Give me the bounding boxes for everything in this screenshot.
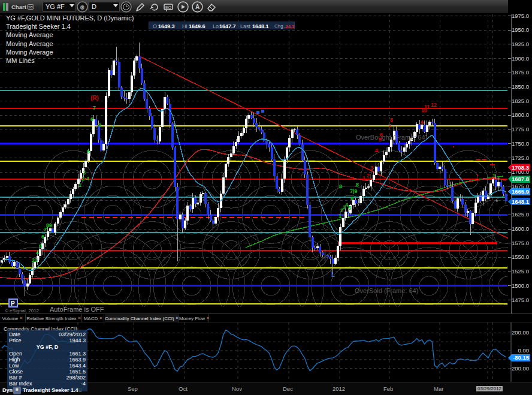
svg-text:8: 8 [356, 182, 359, 188]
svg-text:1900.0: 1900.0 [512, 55, 529, 62]
svg-text:© eSignal, 2012: © eSignal, 2012 [5, 308, 40, 313]
svg-text:3: 3 [83, 170, 86, 176]
svg-text:6: 6 [380, 132, 383, 138]
svg-text:1550.0: 1550.0 [512, 254, 529, 260]
svg-text:6: 6 [350, 195, 353, 201]
svg-text:5: 5 [39, 243, 42, 249]
svg-text:1648.1: 1648.1 [512, 198, 530, 205]
svg-text:1: 1 [492, 173, 495, 179]
svg-text:12: 12 [431, 102, 437, 108]
svg-text:1708.3: 1708.3 [512, 164, 529, 171]
svg-text:1950.0: 1950.0 [512, 26, 529, 33]
svg-text:7|9: 7|9 [350, 188, 358, 194]
svg-text:1500.0: 1500.0 [512, 282, 529, 289]
svg-text:OverSold (Frame: 64): OverSold (Frame: 64) [355, 287, 418, 294]
svg-text:-80.15: -80.15 [513, 354, 530, 361]
svg-text:-200.00: -200.00 [510, 365, 529, 372]
svg-text:1475.0: 1475.0 [512, 297, 529, 303]
svg-text:✦: ✦ [495, 198, 499, 204]
svg-text:6: 6 [41, 234, 44, 240]
svg-text:89: 89 [46, 222, 52, 228]
svg-text:1687.8: 1687.8 [512, 176, 529, 182]
svg-text:1800.0: 1800.0 [512, 111, 529, 118]
svg-text:0.00: 0.00 [518, 347, 530, 354]
svg-text:11: 11 [424, 104, 430, 110]
svg-text:L: L [331, 272, 335, 278]
svg-text:7: 7 [93, 105, 96, 111]
svg-text:5: 5 [348, 205, 351, 211]
svg-text:(R): (R) [90, 95, 99, 101]
svg-text:1: 1 [338, 213, 341, 219]
svg-text:23: 23 [32, 257, 38, 263]
svg-text:OverBought (Frame: 64): OverBought (Frame: 64) [356, 134, 427, 141]
svg-text:8: 8 [390, 117, 393, 123]
svg-text:200.00: 200.00 [512, 329, 529, 336]
svg-text:1625.0: 1625.0 [512, 211, 529, 218]
svg-text:1575.0: 1575.0 [512, 240, 529, 246]
svg-text:1750.0: 1750.0 [512, 140, 529, 147]
svg-text:1: 1 [362, 175, 365, 181]
svg-text:AutoFrame is OFF: AutoFrame is OFF [50, 306, 104, 313]
svg-text:4: 4 [36, 249, 39, 255]
svg-text:1600.0: 1600.0 [512, 225, 529, 232]
svg-text:3: 3 [370, 165, 373, 171]
svg-text:1525.0: 1525.0 [512, 268, 529, 275]
svg-text:1825.0: 1825.0 [512, 98, 529, 104]
svg-text:P: P [11, 300, 15, 307]
svg-text:6: 6 [90, 116, 93, 122]
svg-text:9: 9 [421, 120, 424, 126]
svg-text:1850.0: 1850.0 [512, 83, 529, 90]
svg-text:1725.0: 1725.0 [512, 155, 529, 161]
svg-text:4: 4 [375, 147, 378, 153]
svg-text:1975.0: 1975.0 [512, 13, 529, 19]
svg-text:9: 9 [98, 122, 101, 128]
svg-text:1665.9: 1665.9 [512, 188, 529, 195]
svg-text:5: 5 [87, 149, 90, 155]
svg-text:7: 7 [388, 123, 391, 129]
svg-text:1775.0: 1775.0 [512, 126, 529, 132]
svg-text:2: 2 [367, 173, 370, 179]
svg-text:1875.0: 1875.0 [512, 69, 529, 76]
svg-text:1: 1 [78, 182, 81, 188]
svg-text:1: 1 [30, 266, 33, 272]
svg-text:1925.0: 1925.0 [512, 41, 529, 47]
svg-text:8: 8 [339, 183, 342, 189]
svg-text:2·4: 2·4 [81, 176, 89, 182]
